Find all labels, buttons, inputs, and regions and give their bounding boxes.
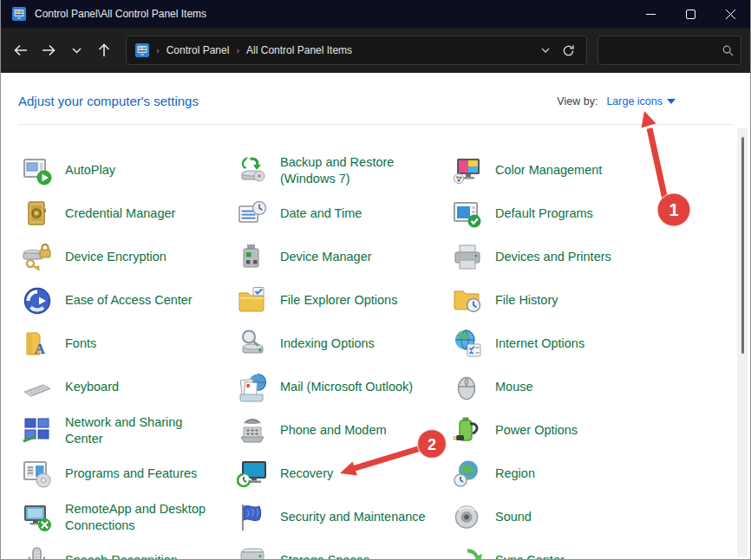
control-panel-item-devices-printers[interactable]: Devices and Printers: [452, 236, 667, 279]
control-panel-item-file-history[interactable]: File History: [452, 279, 667, 322]
device-encryption-icon: [22, 242, 53, 273]
item-label: Fonts: [65, 335, 96, 352]
region-icon: [452, 459, 483, 490]
item-label: Device Manager: [280, 249, 372, 265]
control-panel-item-device-manager[interactable]: Device Manager: [237, 236, 452, 279]
phone-modem-icon: [237, 415, 268, 446]
control-panel-breadcrumb-icon: [135, 43, 149, 57]
control-panel-item-backup-restore[interactable]: Backup and Restore (Windows 7): [237, 149, 452, 192]
sound-icon: [452, 502, 483, 533]
item-label: Keyboard: [65, 379, 119, 395]
control-panel-item-sync-center[interactable]: Sync Center: [452, 539, 667, 560]
device-manager-icon: [237, 242, 268, 273]
control-panel-item-network-sharing[interactable]: Network and Sharing Center: [22, 409, 237, 453]
item-label: AutoPlay: [65, 162, 115, 179]
remoteapp-icon: [22, 502, 53, 533]
address-bar[interactable]: › Control Panel › All Control Panel Item…: [126, 36, 587, 65]
control-panel-item-indexing-options[interactable]: Indexing Options: [237, 322, 452, 366]
item-label: Default Programs: [495, 205, 593, 222]
control-panel-item-sound[interactable]: Sound: [452, 496, 667, 539]
item-label: Sync Center: [495, 552, 565, 560]
scrollbar-thumb[interactable]: [741, 137, 744, 354]
item-label: Date and Time: [280, 205, 362, 222]
internet-options-icon: [452, 329, 483, 360]
keyboard-icon: [22, 372, 53, 403]
control-panel-item-programs-features[interactable]: Programs and Features: [22, 453, 237, 496]
control-panel-item-fonts[interactable]: AFonts: [22, 322, 237, 366]
item-label: Credential Manager: [65, 205, 175, 222]
credential-manager-icon: [22, 199, 53, 230]
item-label: Storage Spaces: [280, 552, 369, 560]
item-label: File History: [495, 292, 558, 309]
control-panel-item-file-explorer-options[interactable]: File Explorer Options: [237, 279, 452, 322]
back-button[interactable]: [8, 37, 34, 63]
item-label: File Explorer Options: [280, 292, 397, 309]
fonts-icon: A: [22, 329, 53, 360]
view-by-dropdown[interactable]: Large icons: [606, 95, 676, 107]
search-input[interactable]: [605, 44, 722, 56]
chevron-down-icon: [72, 48, 82, 54]
date-time-icon: [237, 199, 268, 230]
control-panel-item-keyboard[interactable]: Keyboard: [22, 366, 237, 409]
control-panel-item-default-programs[interactable]: Default Programs: [452, 192, 667, 236]
control-panel-item-mail[interactable]: Mail (Microsoft Outlook): [237, 366, 452, 409]
control-panel-item-autoplay[interactable]: AutoPlay: [22, 149, 237, 192]
control-panel-window: Control Panel\All Control Panel Items: [0, 0, 751, 560]
control-panel-items-grid: AutoPlayBackup and Restore (Windows 7)Co…: [22, 149, 667, 560]
search-box[interactable]: [598, 36, 741, 65]
chevron-down-icon: [541, 48, 550, 53]
item-label: Programs and Features: [65, 466, 197, 482]
control-panel-item-ease-of-access[interactable]: Ease of Access Center: [22, 279, 237, 322]
control-panel-item-internet-options[interactable]: Internet Options: [452, 322, 667, 366]
up-button[interactable]: [91, 37, 117, 63]
forward-button[interactable]: [36, 37, 62, 63]
maximize-button[interactable]: [670, 0, 710, 28]
control-panel-item-recovery[interactable]: Recovery: [237, 453, 452, 496]
control-panel-item-speech-recognition[interactable]: Speech Recognition: [22, 539, 237, 560]
up-arrow-icon: [98, 43, 110, 57]
default-programs-icon: [452, 199, 483, 230]
item-label: Security and Maintenance: [280, 509, 426, 525]
svg-text:1: 1: [669, 200, 678, 219]
control-panel-item-mouse[interactable]: Mouse: [452, 366, 667, 409]
control-panel-item-region[interactable]: Region: [452, 453, 667, 496]
storage-spaces-icon: [237, 545, 268, 560]
control-panel-item-remoteapp[interactable]: RemoteApp and Desktop Connections: [22, 496, 237, 539]
close-button[interactable]: [710, 0, 750, 28]
recent-locations-button[interactable]: [63, 37, 89, 63]
maximize-icon: [686, 10, 695, 19]
control-panel-item-color-management[interactable]: Color Management: [452, 149, 667, 192]
control-panel-item-date-time[interactable]: Date and Time: [237, 192, 452, 236]
view-by-label: View by:: [557, 95, 598, 107]
title-bar: Control Panel\All Control Panel Items: [1, 0, 750, 28]
control-panel-item-credential-manager[interactable]: Credential Manager: [22, 192, 237, 236]
item-label: Device Encryption: [65, 249, 167, 265]
item-label: Sound: [495, 509, 532, 525]
control-panel-item-storage-spaces[interactable]: Storage Spaces: [237, 539, 452, 560]
address-dropdown-button[interactable]: [534, 39, 557, 62]
breadcrumb-control-panel[interactable]: Control Panel: [167, 44, 230, 56]
item-label: Network and Sharing Center: [65, 414, 218, 447]
minimize-icon: [646, 10, 656, 19]
item-label: Color Management: [495, 162, 602, 179]
indexing-options-icon: [237, 329, 268, 360]
close-icon: [726, 10, 735, 19]
control-panel-item-device-encryption[interactable]: Device Encryption: [22, 236, 237, 279]
navigation-bar: › Control Panel › All Control Panel Item…: [1, 28, 750, 73]
item-label: Recovery: [280, 466, 333, 482]
control-panel-item-power-options[interactable]: Power Options: [452, 409, 667, 453]
recovery-icon: [237, 459, 268, 490]
file-history-icon: [452, 285, 483, 316]
header-divider: [18, 124, 733, 125]
minimize-button[interactable]: [630, 0, 670, 28]
control-panel-item-security-maintenance[interactable]: Security and Maintenance: [237, 496, 452, 539]
programs-features-icon: [22, 459, 53, 490]
item-label: Devices and Printers: [495, 249, 611, 265]
breadcrumb-all-control-panel-items[interactable]: All Control Panel Items: [246, 44, 352, 56]
svg-text:A: A: [35, 341, 46, 357]
control-panel-item-phone-modem[interactable]: Phone and Modem: [237, 409, 452, 453]
refresh-button[interactable]: [557, 39, 579, 62]
item-label: Ease of Access Center: [65, 292, 193, 309]
search-icon: [722, 45, 734, 56]
item-label: Speech Recognition: [65, 552, 178, 560]
